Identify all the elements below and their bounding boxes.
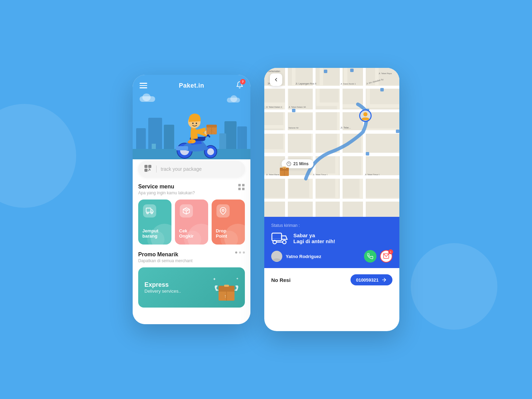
svg-rect-21	[149, 166, 150, 167]
svg-rect-78	[313, 68, 316, 217]
hero-banner	[133, 90, 250, 159]
resi-label: No Resi	[271, 277, 291, 283]
status-line2: Lagi di anter nih!	[293, 238, 335, 244]
driver-name: Yatno Rodriguez	[286, 254, 321, 259]
svg-rect-5	[176, 146, 188, 150]
back-button[interactable]	[270, 73, 282, 86]
svg-rect-35	[224, 285, 229, 287]
promo-image: ↑ ✦ ✦	[211, 274, 239, 301]
svg-point-28	[147, 212, 149, 214]
svg-point-101	[363, 112, 367, 116]
package-icon-map	[278, 165, 291, 179]
status-label: Status kiriman :	[271, 223, 392, 228]
svg-text:Jl. Tebet Timur I: Jl. Tebet Timur I	[313, 174, 328, 176]
resi-value: 010059321	[356, 277, 379, 283]
promo-text: Express Delivery services..	[144, 281, 181, 294]
grid-icon[interactable]	[238, 184, 245, 192]
svg-point-109	[283, 240, 286, 244]
promo-dots	[235, 251, 245, 254]
phone-header: Paket.in 7	[133, 75, 250, 90]
promo-subtitle: Dapatkan di semua merchant	[138, 258, 193, 263]
svg-rect-94	[324, 70, 327, 73]
service-menu-header: Service menu Apa yang ingin kamu lakukan…	[138, 184, 245, 195]
svg-text:Saluran Air: Saluran Air	[289, 127, 299, 129]
svg-rect-49	[370, 89, 399, 104]
bg-blob-left	[0, 104, 76, 208]
svg-text:Jl. Tebet Timur I: Jl. Tebet Timur I	[365, 174, 380, 176]
svg-rect-59	[365, 132, 399, 153]
svg-rect-99	[396, 130, 399, 133]
svg-rect-100	[366, 152, 369, 156]
content-area: track your package Service menu Apa yang…	[133, 156, 250, 324]
search-divider	[156, 166, 157, 172]
svg-rect-80	[363, 68, 366, 217]
status-text: Sabar ya Lagi di anter nih!	[293, 232, 335, 244]
cloud-2b	[230, 95, 237, 102]
svg-text:↑: ↑	[224, 293, 227, 299]
driver-info: Yatno Rodriguez	[271, 251, 321, 262]
svg-point-7	[192, 123, 194, 124]
svg-rect-97	[292, 109, 295, 112]
cloud-1b	[142, 94, 151, 101]
promo-card[interactable]: Express Delivery services..	[138, 267, 245, 308]
qr-icon	[144, 164, 152, 174]
svg-point-8	[196, 123, 197, 124]
call-button[interactable]	[364, 250, 376, 263]
notification-button[interactable]: 7	[236, 81, 243, 90]
search-input[interactable]: track your package	[161, 166, 202, 172]
svg-rect-44	[379, 68, 399, 85]
driver-row: Yatno Rodriguez 1	[271, 250, 392, 263]
hamburger-menu[interactable]	[140, 83, 147, 88]
service-card-jemput[interactable]: Jemput barang	[138, 200, 171, 245]
svg-rect-50	[264, 106, 283, 125]
svg-rect-45	[264, 89, 285, 103]
svg-rect-72	[264, 109, 399, 112]
resi-row: No Resi 010059321	[264, 268, 399, 292]
driver-avatar	[271, 251, 282, 262]
svg-point-29	[151, 212, 153, 214]
driver-actions: 1	[364, 250, 392, 263]
svg-rect-67	[313, 179, 335, 198]
notification-badge: 7	[240, 79, 246, 85]
svg-text:Keselamatan: Keselamatan	[266, 70, 280, 72]
rider-avatar-map	[359, 109, 372, 122]
svg-text:Jl. Tebet Dalam 1: Jl. Tebet Dalam 1	[266, 106, 282, 108]
svg-rect-95	[350, 69, 354, 72]
service-card-cek-label: Cek Ongkir	[179, 228, 194, 239]
delivery-illustration	[157, 100, 226, 159]
app-title: Paket.in	[179, 82, 204, 89]
message-badge: 1	[388, 249, 393, 254]
service-card-drop[interactable]: Drop Point	[212, 200, 245, 245]
svg-rect-77	[285, 68, 288, 217]
svg-rect-73	[264, 130, 399, 134]
service-card-cek[interactable]: Cek Ongkir	[175, 200, 208, 245]
service-menu-title: Service menu	[138, 184, 195, 190]
svg-text:Jl. Lapangan Ros II: Jl. Lapangan Ros II	[295, 82, 316, 85]
svg-rect-25	[238, 188, 241, 190]
search-bar[interactable]: track your package	[138, 161, 245, 177]
bg-blob-right	[411, 243, 497, 330]
svg-rect-107	[272, 233, 282, 241]
svg-rect-24	[242, 184, 245, 186]
svg-rect-79	[340, 68, 343, 217]
svg-rect-22	[145, 170, 147, 171]
box-icon-wrap	[180, 204, 193, 218]
svg-rect-47	[320, 89, 339, 103]
truck-icon-wrap	[143, 204, 156, 218]
svg-point-30	[222, 209, 224, 211]
svg-point-112	[275, 253, 279, 257]
resi-button[interactable]: 010059321	[351, 274, 392, 285]
service-card-drop-label: Drop Point	[216, 228, 227, 239]
svg-rect-70	[264, 201, 399, 217]
dot-1	[235, 251, 237, 254]
status-row: Sabar ya Lagi di anter nih!	[271, 231, 392, 245]
svg-rect-71	[264, 86, 399, 89]
promo-card-title: Express	[144, 281, 181, 289]
svg-text:✦: ✦	[213, 277, 216, 282]
svg-text:Jl. Tebet Dalam 3A: Jl. Tebet Dalam 3A	[289, 106, 306, 108]
message-button[interactable]: 1	[380, 250, 392, 263]
svg-rect-23	[238, 184, 241, 186]
promo-title: Promo Menarik	[138, 251, 193, 258]
promo-card-subtitle: Delivery services..	[144, 289, 181, 294]
svg-rect-27	[146, 208, 151, 212]
